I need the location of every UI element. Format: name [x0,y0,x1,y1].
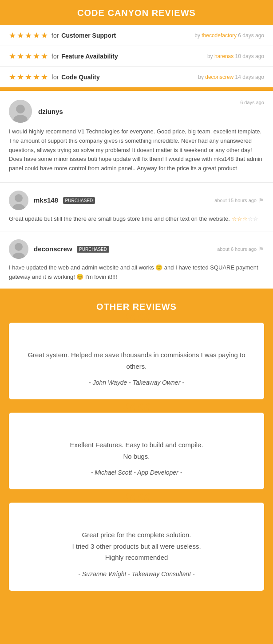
testimonial-author-1: - John Wayde - Takeaway Owner - [27,379,246,386]
other-reviews-section: OTHER REVIEWS ““ Great system. Helped me… [0,289,273,622]
rating-label-code-quality: Code Quality [61,74,99,81]
rating-left-3: ★★★★★ for Code Quality [9,72,100,82]
for-text-2: for [51,53,59,60]
deconscrew-meta: about 6 hours ago ⚑ [217,246,264,253]
mks148-time: about 15 hours ago [214,198,257,203]
mks148-info: mks148 PURCHASED [9,191,95,210]
for-text: for [51,32,59,39]
mks148-stars: ☆☆☆ [232,215,248,222]
testimonial-text-1: Great system. Helped me save thousands i… [27,349,246,372]
deconscrew-info: deconscrew PURCHASED [9,239,109,259]
svg-point-1 [16,105,25,113]
stars-customer-support: ★★★★★ [9,31,49,40]
reviewer-link-customer-support[interactable]: thecodefactory [202,32,237,39]
stars-code-quality: ★★★★★ [9,72,49,82]
mks148-header: mks148 PURCHASED about 15 hours ago ⚑ [9,191,264,210]
mks148-name: mks148 [34,196,58,204]
testimonial-author-3: - Suzanne Wright - Takeaway Consultant - [27,570,246,578]
rating-row-feature-availability: ★★★★★ for Feature Availability by harena… [0,46,273,67]
rating-left-2: ★★★★★ for Feature Availability [9,51,118,61]
rating-time-code-quality: 14 days ago [235,74,264,80]
testimonial-text-2: Exellent Features. Easy to build and com… [27,439,246,462]
mks148-meta: about 15 hours ago ⚑ [214,197,264,204]
reviewer-link-feature-availability[interactable]: harenas [214,53,233,59]
rating-right-customer-support: by thecodefactory 6 days ago [194,32,264,39]
dziunys-avatar [9,100,32,123]
dziunys-time: 6 days ago [240,100,264,105]
testimonial-suzanne-wright: ““ Great price for the complete solution… [9,503,264,591]
deconscrew-avatar [9,239,28,259]
quote-mark-1: ““ [123,315,151,334]
deconscrew-name: deconscrew [34,245,72,253]
dziunys-text: I would highly recommend V1 Technologies… [9,127,264,173]
rating-time-customer-support: 6 days ago [238,32,264,39]
deconscrew-badge: PURCHASED [77,246,109,253]
reviews-section: dziunys 6 days ago I would highly recomm… [0,91,273,289]
rating-time-feature-availability: 10 days ago [235,53,264,59]
for-text-3: for [51,74,59,81]
deconscrew-time: about 6 hours ago [217,246,257,252]
mks148-text: Great update but still the there are sma… [9,215,264,224]
quote-mark-2: ““ [123,405,151,424]
mks148-avatar [9,191,28,210]
rating-label-feature-availability: Feature Availability [61,53,118,60]
mks148-name-wrap: mks148 PURCHASED [34,196,95,204]
rating-left: ★★★★★ for Customer Support [9,31,116,40]
mks148-badge: PURCHASED [63,197,95,204]
mks148-empty-stars: ☆☆ [248,215,258,222]
dziunys-name: dziunys [38,108,63,115]
page-header: CODE CANYON REVIEWS [0,0,273,25]
dziunys-header: dziunys 6 days ago [9,100,264,123]
stars-feature-availability: ★★★★★ [9,51,49,61]
rating-right-feature-availability: by harenas 10 days ago [207,53,264,59]
deconscrew-text: I have updated the web and admin website… [9,263,264,282]
flag-icon: ⚑ [258,197,264,204]
review-dziunys: dziunys 6 days ago I would highly recomm… [0,91,273,183]
deconscrew-flag-icon: ⚑ [258,246,264,253]
rating-label-customer-support: Customer Support [61,32,116,39]
reviewer-link-code-quality[interactable]: deconscrew [205,74,233,80]
dziunys-reviewer-wrap: dziunys [9,100,63,123]
quote-mark-3: ““ [123,495,151,514]
review-deconscrew: deconscrew PURCHASED about 6 hours ago ⚑… [0,231,273,289]
testimonial-author-2: - Michael Scott - App Developer - [27,469,246,476]
deconscrew-header: deconscrew PURCHASED about 6 hours ago ⚑ [9,239,264,259]
testimonial-text-3: Great price for the complete solution.I … [27,529,246,563]
page-title: CODE CANYON REVIEWS [4,8,269,18]
rating-section: ★★★★★ for Customer Support by thecodefac… [0,25,273,87]
svg-point-7 [15,243,23,251]
rating-right-code-quality: by deconscrew 14 days ago [198,74,264,80]
testimonial-michael-scott: ““ Exellent Features. Easy to build and … [9,413,264,489]
review-mks148: mks148 PURCHASED about 15 hours ago ⚑ Gr… [0,183,273,231]
rating-row-customer-support: ★★★★★ for Customer Support by thecodefac… [0,25,273,46]
svg-point-4 [15,194,23,202]
deconscrew-name-wrap: deconscrew PURCHASED [34,245,109,253]
rating-row-code-quality: ★★★★★ for Code Quality by deconscrew 14 … [0,67,273,87]
testimonial-john-wayde: ““ Great system. Helped me save thousand… [9,323,264,399]
